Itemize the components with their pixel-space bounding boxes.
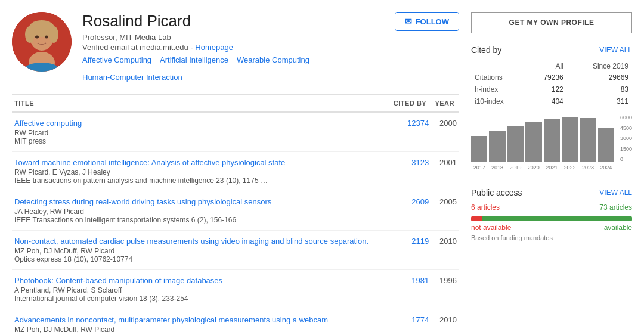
paper-cited: 1981 — [389, 270, 431, 309]
paper-venue: MIT press — [14, 137, 386, 145]
tag-wearable-computing[interactable]: Wearable Computing — [237, 55, 309, 64]
svg-point-4 — [25, 26, 35, 43]
paper-title[interactable]: Advancements in noncontact, multiparamet… — [14, 315, 386, 324]
chart-labels: 20172018201920202021202220232024 — [471, 165, 614, 170]
chart-bar — [489, 131, 505, 162]
svg-point-6 — [35, 36, 39, 39]
chart-bar — [562, 117, 578, 162]
chart-bar — [598, 128, 614, 162]
col-year: YEAR — [431, 94, 459, 112]
svg-point-5 — [49, 26, 58, 43]
col-title: TITLE — [12, 94, 389, 112]
svg-point-7 — [45, 36, 48, 39]
profile-name: Rosalind Picard — [82, 12, 384, 30]
paper-title[interactable]: Toward machine emotional intelligence: A… — [14, 158, 386, 167]
paper-info-cell: Photobook: Content-based manipulation of… — [12, 270, 389, 309]
table-row: Affective computing RW Picard MIT press … — [12, 112, 459, 152]
stat-label: h-index — [471, 83, 526, 95]
table-row: Non-contact, automated cardiac pulse mea… — [12, 231, 459, 270]
cited-by-title: Cited by — [471, 45, 501, 55]
main-content: Rosalind Picard Professor, MIT Media Lab… — [12, 12, 459, 335]
chart-year-label: 2021 — [544, 165, 560, 170]
chart-bar — [544, 119, 560, 162]
table-row: Detecting stress during real-world drivi… — [12, 191, 459, 231]
citations-chart: 20172018201920202021202220232024 6000 45… — [471, 114, 632, 170]
stat-all: 122 — [526, 83, 567, 95]
paper-info-cell: Toward machine emotional intelligence: A… — [12, 152, 389, 191]
table-row: Advancements in noncontact, multiparamet… — [12, 309, 459, 336]
chart-year-label: 2024 — [598, 165, 614, 170]
chart-bars — [471, 114, 614, 162]
tag-artificial-intelligence[interactable]: Artificial Intelligence — [160, 55, 228, 64]
stat-all: 79236 — [526, 72, 567, 83]
chart-bar — [580, 118, 596, 162]
public-access-view-all[interactable]: VIEW ALL — [599, 188, 632, 197]
stat-all: 404 — [526, 95, 567, 107]
stat-since: 83 — [567, 83, 632, 95]
avatar — [12, 12, 72, 72]
paper-info-cell: Detecting stress during real-world drivi… — [12, 191, 389, 231]
divider — [471, 179, 632, 179]
paper-cited: 2609 — [389, 191, 431, 231]
stats-row: Citations 79236 29669 — [471, 72, 632, 83]
paper-title[interactable]: Affective computing — [14, 119, 386, 128]
cited-by-view-all[interactable]: VIEW ALL — [599, 46, 632, 54]
envelope-icon: ✉ — [405, 17, 412, 26]
stats-row: i10-index 404 311 — [471, 95, 632, 107]
paper-authors: MZ Poh, DJ McDuff, RW Picard — [14, 325, 386, 334]
profile-email: Verified email at media.mit.edu - Homepa… — [82, 43, 384, 52]
stat-since: 29669 — [567, 72, 632, 83]
chart-year-label: 2023 — [580, 165, 596, 170]
paper-info-cell: Affective computing RW Picard MIT press — [12, 112, 389, 152]
chart-year-label: 2022 — [562, 165, 578, 170]
paper-venue: IEEE Transactions on intelligent transpo… — [14, 216, 386, 224]
cited-by-header: Cited by VIEW ALL — [471, 45, 632, 55]
paper-year: 1996 — [431, 270, 459, 309]
paper-venue: IEEE transactions on pattern analysis an… — [14, 176, 386, 185]
paper-year: 2005 — [431, 191, 459, 231]
paper-venue: International journal of computer vision… — [14, 294, 386, 303]
profile-title: Professor, MIT Media Lab — [82, 33, 384, 42]
paper-title[interactable]: Detecting stress during real-world drivi… — [14, 197, 386, 206]
stats-col-all: All — [526, 61, 567, 72]
paper-title[interactable]: Photobook: Content-based manipulation of… — [14, 276, 386, 285]
not-available-bar — [471, 216, 482, 221]
paper-authors: RW Picard, E Vyzas, J Healey — [14, 168, 386, 176]
access-labels: 6 articles 73 articles — [471, 203, 632, 212]
profile-header: Rosalind Picard Professor, MIT Media Lab… — [12, 12, 459, 82]
available-bar — [482, 216, 632, 221]
stats-col-label — [471, 61, 526, 72]
sidebar: GET MY OWN PROFILE Cited by VIEW ALL All… — [471, 12, 632, 335]
chart-year-label: 2018 — [489, 165, 505, 170]
paper-cited: 1774 — [389, 309, 431, 336]
get-profile-button[interactable]: GET MY OWN PROFILE — [471, 12, 632, 33]
paper-cited: 2119 — [389, 231, 431, 270]
chart-year-label: 2019 — [507, 165, 524, 170]
paper-title[interactable]: Non-contact, automated cardiac pulse mea… — [14, 237, 386, 246]
not-available-label: not available — [471, 224, 511, 232]
access-text-labels: not available available — [471, 224, 632, 232]
homepage-link[interactable]: Homepage — [195, 43, 233, 52]
col-cited: CITED BY — [389, 94, 431, 112]
stat-label: i10-index — [471, 95, 526, 107]
not-available-count: 6 articles — [471, 203, 500, 212]
chart-bar — [507, 126, 524, 162]
paper-authors: A Pentland, RW Picard, S Sclaroff — [14, 286, 386, 294]
tag-hci[interactable]: Human-Computer Interaction — [82, 73, 182, 82]
paper-authors: MZ Poh, DJ McDuff, RW Picard — [14, 247, 386, 255]
chart-bar — [471, 136, 487, 162]
paper-year: 2001 — [431, 152, 459, 191]
paper-authors: RW Picard — [14, 129, 386, 137]
stat-since: 311 — [567, 95, 632, 107]
follow-button[interactable]: ✉ FOLLOW — [395, 12, 459, 31]
profile-tags: Affective Computing Artificial Intellige… — [82, 55, 384, 82]
tag-affective-computing[interactable]: Affective Computing — [82, 55, 151, 64]
public-access-title: Public access — [471, 188, 522, 197]
paper-info-cell: Advancements in noncontact, multiparamet… — [12, 309, 389, 336]
papers-table: TITLE CITED BY YEAR Affective computing … — [12, 94, 459, 335]
public-access-header: Public access VIEW ALL — [471, 188, 632, 197]
table-row: Toward machine emotional intelligence: A… — [12, 152, 459, 191]
paper-venue: Optics express 18 (10), 10762-10774 — [14, 255, 386, 263]
paper-year: 2010 — [431, 231, 459, 270]
paper-authors: JA Healey, RW Picard — [14, 207, 386, 216]
